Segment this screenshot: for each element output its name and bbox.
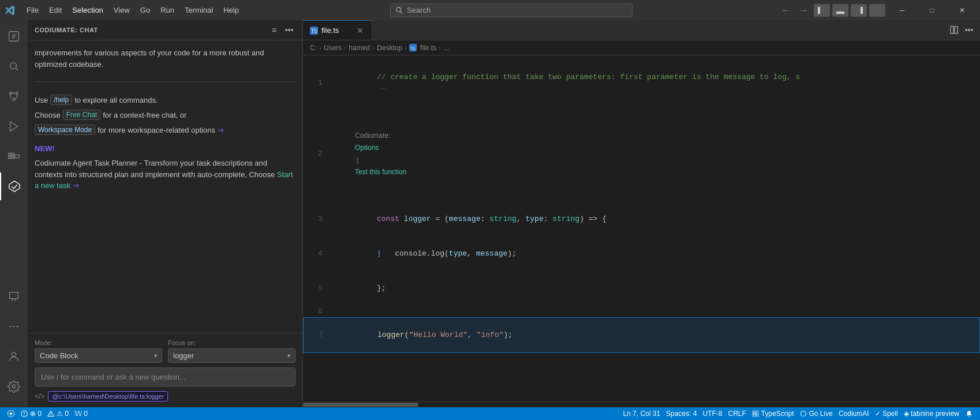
svg-point-11	[10, 63, 17, 69]
chat-new-line: NEW!	[35, 144, 296, 153]
activity-search[interactable]	[0, 52, 28, 80]
minimize-button[interactable]: ─	[889, 0, 915, 20]
svg-rect-16	[12, 156, 14, 159]
focus-dropdown-arrow: ▾	[287, 352, 290, 359]
breadcrumb-file-icon: TS	[409, 44, 417, 51]
activity-codiumate[interactable]	[0, 172, 28, 200]
menu-view[interactable]: View	[109, 3, 134, 17]
svg-rect-2	[818, 7, 820, 14]
search-icon	[395, 6, 403, 14]
menu-file[interactable]: File	[22, 3, 43, 17]
status-spell[interactable]: ✓ Spell	[873, 407, 900, 420]
code-line-6: 6	[303, 306, 980, 317]
breadcrumb-filename[interactable]: file.ts	[420, 44, 436, 52]
breadcrumb-more[interactable]: ...	[443, 44, 449, 52]
line-num-2: 2	[303, 148, 332, 160]
svg-text:TS: TS	[311, 28, 317, 34]
menu-edit[interactable]: Edit	[44, 3, 66, 17]
code-line-5: 5 };	[303, 271, 980, 306]
more-actions-btn[interactable]: •••	[963, 24, 975, 36]
status-language[interactable]: TS TypeScript	[750, 407, 796, 420]
for-text: for a context-free chat, or	[103, 111, 186, 119]
status-eol[interactable]: CRLF	[725, 407, 748, 420]
focus-dropdown[interactable]: logger ▾	[168, 348, 296, 363]
split-editor-btn[interactable]	[948, 24, 960, 36]
codiumate-test-link[interactable]: Test this function	[355, 168, 406, 176]
maximize-button[interactable]: □	[919, 0, 945, 20]
editor-tab-file-ts[interactable]: TS file.ts ✕	[303, 20, 372, 40]
breadcrumb-users[interactable]: Users	[324, 44, 342, 52]
position-text: Ln 7, Col 31	[623, 410, 660, 418]
close-button[interactable]: ✕	[949, 0, 975, 20]
horizontal-scrollbar[interactable]	[303, 402, 980, 407]
sidebar-more-btn[interactable]: •••	[283, 24, 296, 36]
error-count: ⊗ 0	[30, 410, 42, 418]
focus-label: Focus on:	[168, 339, 296, 346]
status-errors[interactable]: ⊗ 0	[18, 407, 44, 420]
layout-panel-btn[interactable]	[832, 4, 848, 17]
activity-settings[interactable]	[0, 373, 28, 400]
activity-explorer[interactable]	[0, 22, 28, 50]
line-num-5: 5	[303, 283, 332, 294]
breadcrumb-path-tag[interactable]: @c:\Users\hamed\Desktop\file.ts:logger	[48, 391, 168, 402]
activity-run[interactable]	[0, 112, 28, 140]
code-line-7: 7 logger("Hello World", "info");	[303, 317, 980, 353]
line-num-4: 4	[303, 248, 332, 260]
status-tabnine[interactable]: ◈ tabnine preview	[902, 407, 962, 420]
breadcrumb-desktop[interactable]: Desktop	[377, 44, 402, 52]
mode-dropdown[interactable]: Code Block ▾	[35, 348, 162, 363]
activity-account[interactable]	[0, 343, 28, 370]
status-remote[interactable]	[5, 407, 17, 420]
menu-selection[interactable]: Selection	[68, 3, 107, 17]
free-chat-badge[interactable]: Free Chat	[63, 110, 100, 120]
status-warnings[interactable]: ⚠ 0	[45, 407, 71, 420]
layout-sidebar-btn[interactable]	[814, 4, 830, 17]
menu-terminal[interactable]: Terminal	[180, 3, 218, 17]
status-encoding[interactable]: UTF-8	[700, 407, 724, 420]
svg-point-23	[17, 326, 18, 328]
nav-back-button[interactable]: ←	[779, 5, 793, 16]
status-info[interactable]: 𝕎 0	[72, 407, 90, 420]
editor-area: TS file.ts ✕ ••• C: › Users › hame	[303, 20, 980, 407]
line-num-3: 3	[303, 213, 332, 225]
menu-help[interactable]: Help	[219, 3, 244, 17]
breadcrumb-hamed[interactable]: hamed	[349, 44, 370, 52]
status-spaces[interactable]: Spaces: 4	[664, 407, 699, 420]
sidebar-title: CODIUMATE: CHAT	[35, 27, 98, 33]
mode-focus-row: Mode: Code Block ▾ Focus on: logger ▾	[35, 339, 296, 363]
codiumate-options-link[interactable]: Options	[355, 144, 379, 152]
mode-label: Mode:	[35, 339, 162, 346]
code-area[interactable]: 1 // create a logger function that take …	[303, 55, 980, 402]
layout-right-sidebar-btn[interactable]	[851, 4, 867, 17]
chat-help-line-3: Workspace Mode for more workspace-relate…	[35, 125, 296, 135]
search-bar[interactable]: Search	[390, 3, 633, 17]
sidebar-menu-btn[interactable]: ≡	[268, 24, 280, 36]
status-notifications[interactable]	[963, 407, 975, 420]
activity-bottom	[0, 283, 28, 405]
layout-split-btn[interactable]	[869, 4, 885, 17]
error-icon	[21, 410, 28, 417]
activity-chat[interactable]	[0, 283, 28, 310]
menu-go[interactable]: Go	[136, 3, 155, 17]
status-position[interactable]: Ln 7, Col 31	[620, 407, 663, 420]
workspace-text: for more workspace-related options	[98, 126, 215, 134]
activity-extensions[interactable]	[0, 142, 28, 170]
activity-more[interactable]	[0, 313, 28, 340]
status-go-live[interactable]: Go Live	[798, 407, 835, 420]
activity-source-control[interactable]	[0, 82, 28, 110]
agent-description: Codiumate Agent Task Planner - Transform…	[35, 159, 275, 179]
tab-actions: •••	[948, 20, 980, 40]
layout-buttons	[814, 4, 885, 17]
workspace-mode-badge[interactable]: Workspace Mode	[35, 125, 95, 135]
menu-run[interactable]: Run	[156, 3, 179, 17]
breadcrumb-c[interactable]: C:	[310, 44, 317, 52]
scrollbar-thumb[interactable]	[303, 403, 418, 407]
status-codium-ai[interactable]: CodiumAI	[836, 407, 871, 420]
tab-close-btn[interactable]: ✕	[356, 26, 365, 35]
nav-forward-button[interactable]: →	[796, 5, 810, 16]
editor-tabs: TS file.ts ✕ •••	[303, 20, 980, 40]
svg-point-13	[16, 92, 18, 95]
line-num-1: 1	[303, 77, 332, 89]
chat-input[interactable]: Use / for command or ask a new question.…	[35, 367, 296, 387]
svg-rect-17	[9, 153, 11, 156]
